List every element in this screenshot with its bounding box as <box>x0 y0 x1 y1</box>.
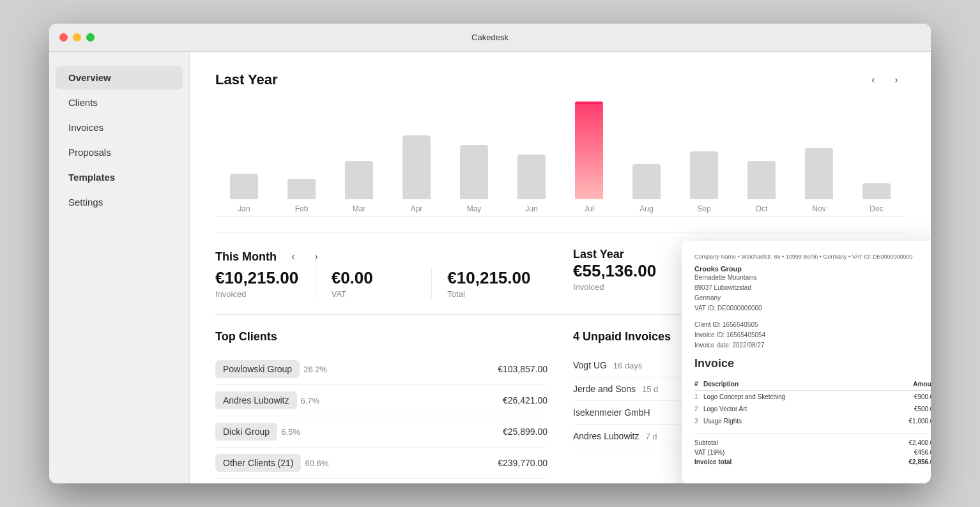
total-value: €10,215.00 <box>447 268 547 288</box>
bar-apr <box>402 135 431 199</box>
label-dec: Dec <box>869 204 883 216</box>
label-apr: Apr <box>411 204 423 216</box>
minimize-button[interactable] <box>73 33 81 42</box>
close-button[interactable] <box>59 33 68 42</box>
chart-bar-feb: Feb <box>273 102 330 216</box>
this-month-title: This Month <box>215 250 277 264</box>
client-name-group-0: Powlowski Group 26.2% <box>215 360 327 378</box>
divider-1 <box>215 232 905 232</box>
client-percent-3: 60.6% <box>305 458 328 468</box>
bar-may <box>460 145 488 199</box>
line-num-1: 2 <box>694 403 703 415</box>
invoice-table: # Description Amount 1 Logo Concept and … <box>694 378 931 427</box>
invoice-col-desc: Description <box>703 378 877 391</box>
chart-bar-mar: Mar <box>330 102 388 216</box>
client-name-group-3: Other Clients (21) 60.6% <box>215 454 328 472</box>
invoice-client-vat: VAT ID: DE0000000000 <box>694 303 931 314</box>
client-name-2: Dicki Group <box>215 423 277 441</box>
label-jan: Jan <box>238 204 250 216</box>
vat-label: VAT <box>332 289 432 299</box>
window-title: Cakedesk <box>471 33 509 42</box>
label-sep: Sep <box>697 204 710 216</box>
label-aug: Aug <box>639 204 653 216</box>
client-amount-2: €25,899.00 <box>503 427 547 437</box>
bar-aug <box>632 164 661 199</box>
label-jun: Jun <box>525 204 537 216</box>
label-oct: Oct <box>756 204 768 216</box>
sidebar-item-clients[interactable]: Clients <box>56 91 183 114</box>
total-label: Total <box>447 289 547 299</box>
client-name-3: Other Clients (21) <box>215 454 301 472</box>
chart-bar-jan: Jan <box>215 102 273 216</box>
top-clients-title: Top Clients <box>215 330 547 344</box>
client-row-2: Dicki Group 6.5% €25,899.00 <box>215 416 547 448</box>
sidebar-item-templates[interactable]: Templates <box>56 165 183 189</box>
invoice-total: Invoice total €2,856.00 <box>694 457 931 467</box>
label-jul: Jul <box>584 204 593 216</box>
client-amount-3: €239,770.00 <box>498 458 547 468</box>
invoice-company-header: Company Name • Weichaelstr. 65 • 10999 B… <box>694 254 931 260</box>
invoice-totals: Subtotal €2,400.00 VAT (19%) €456.00 Inv… <box>694 434 931 467</box>
line-num-0: 1 <box>694 391 703 404</box>
client-percent-0: 26.2% <box>303 365 327 374</box>
stat-vat: €0.00 VAT <box>316 268 432 299</box>
bar-sep <box>690 151 718 199</box>
client-row-3: Other Clients (21) 60.6% €239,770.00 <box>215 448 547 479</box>
invoice-client-info: Crooks Group Bernadette Mountains 89037 … <box>694 265 931 314</box>
chart-prev-arrow[interactable]: ‹ <box>864 71 882 89</box>
this-month-next[interactable]: › <box>307 248 325 266</box>
this-month-prev[interactable]: ‹ <box>284 248 302 266</box>
invoice-title: Invoice <box>694 357 931 370</box>
sidebar-item-settings[interactable]: Settings <box>56 190 183 214</box>
this-month-header: This Month ‹ › <box>215 248 547 266</box>
chart-bar-sep: Sep <box>675 102 733 216</box>
invoice-line-1: 2 Logo Vector Art €500.00 <box>694 403 931 415</box>
client-row-0: Powlowski Group 26.2% €103,857.00 <box>215 354 547 385</box>
invoice-client-address2: 89037 Lubowitzstad <box>694 283 931 293</box>
total-label: Invoice total <box>694 458 731 465</box>
chart-bar-nov: Nov <box>790 102 848 216</box>
client-name-0: Powlowski Group <box>215 360 300 378</box>
invoice-days-3: 7 d <box>645 432 657 441</box>
invoice-line-0: 1 Logo Concept and Sketching €900.00 <box>694 391 931 404</box>
invoice-name-0: Vogt UG 16 days <box>573 360 642 370</box>
invoice-invoice-id: Invoice ID: 16565405054 <box>694 330 931 340</box>
sidebar-item-overview[interactable]: Overview <box>56 66 183 89</box>
chart-nav-arrows: ‹ › <box>864 71 905 89</box>
client-name-group-1: Andres Lubowitz 6.7% <box>215 391 319 409</box>
sidebar: Overview Clients Invoices Proposals Temp… <box>49 52 190 483</box>
app-body: Overview Clients Invoices Proposals Temp… <box>49 52 931 483</box>
subtotal-value: €2,400.00 <box>909 439 931 446</box>
client-percent-2: 6.5% <box>281 427 300 437</box>
line-desc-2: Usage Rights <box>703 415 877 427</box>
chart-header-row: Last Year ‹ › <box>215 71 905 89</box>
label-nov: Nov <box>812 204 825 216</box>
line-desc-0: Logo Concept and Sketching <box>703 391 877 404</box>
chart-next-arrow[interactable]: › <box>887 71 905 89</box>
chart-bar-jun: Jun <box>503 102 560 216</box>
line-amount-2: €1,000.00 <box>877 415 931 427</box>
app-window: Cakedesk Overview Clients Invoices Propo… <box>49 24 931 483</box>
bar-feb <box>287 179 316 199</box>
invoice-days-0: 16 days <box>613 361 643 370</box>
chart-bar-dec: Dec <box>848 102 905 216</box>
sidebar-item-invoices[interactable]: Invoices <box>56 116 183 139</box>
chart-bar-apr: Apr <box>388 102 445 216</box>
client-amount-0: €103,857.00 <box>498 364 547 374</box>
maximize-button[interactable] <box>86 33 95 42</box>
chart-section-title: Last Year <box>215 72 277 88</box>
invoice-vat: VAT (19%) €456.00 <box>694 448 931 457</box>
invoiced-label: Invoiced <box>215 289 316 299</box>
sidebar-item-proposals[interactable]: Proposals <box>56 140 183 164</box>
this-month-stats: €10,215.00 Invoiced €0.00 VAT €10,215.00… <box>215 268 547 299</box>
invoice-invoice-date: Invoice date: 2022/08/27 <box>694 340 931 351</box>
invoiced-value: €10,215.00 <box>215 268 316 288</box>
traffic-lights <box>59 33 95 42</box>
bar-jan <box>230 174 258 199</box>
stat-invoiced: €10,215.00 Invoiced <box>215 268 316 299</box>
top-clients-section: Top Clients Powlowski Group 26.2% €103,8… <box>215 330 547 479</box>
bar-dec <box>862 183 891 199</box>
invoice-client-id: Client ID: 1656540505 <box>694 320 931 330</box>
label-feb: Feb <box>295 204 309 216</box>
line-amount-0: €900.00 <box>877 391 931 404</box>
